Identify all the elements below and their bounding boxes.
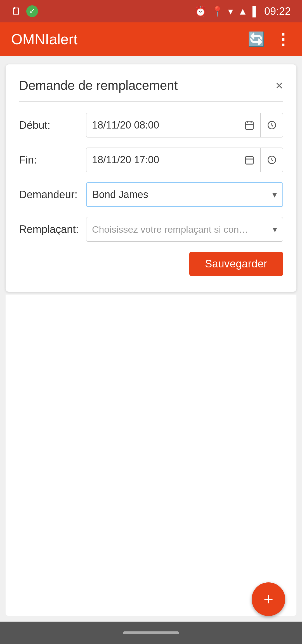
- status-bar: 🗒 ✓ ⏰ 📍 ▾ ▲ ▌ 09:22: [0, 0, 302, 22]
- fab-icon: +: [263, 591, 273, 608]
- remplacant-dropdown-icon: ▾: [273, 224, 277, 235]
- dialog-header: Demande de remplacement ×: [19, 78, 283, 102]
- refresh-icon[interactable]: 🔄: [248, 31, 265, 47]
- dialog-title: Demande de remplacement: [19, 78, 178, 93]
- remplacant-select[interactable]: Choisissez votre remplaçant si con… ▾: [86, 217, 283, 242]
- fab-button[interactable]: +: [252, 582, 285, 616]
- status-bar-left: 🗒 ✓: [11, 5, 38, 17]
- alarm-icon: ⏰: [195, 6, 206, 17]
- demandeur-row: Demandeur: Bond James ▾: [19, 182, 283, 207]
- battery-icon: ▌: [253, 6, 259, 17]
- debut-value[interactable]: 18/11/20 08:00: [86, 119, 238, 131]
- demandeur-label: Demandeur:: [19, 189, 86, 201]
- more-menu-icon[interactable]: ⋮: [275, 30, 291, 48]
- demandeur-value: Bond James: [92, 189, 272, 200]
- fin-row: Fin: 18/11/20 17:00: [19, 148, 283, 172]
- demandeur-select[interactable]: Bond James ▾: [86, 182, 283, 207]
- app-bar-actions: 🔄 ⋮: [248, 30, 291, 48]
- app-bar-title: OMNIalert: [11, 31, 77, 48]
- fin-label: Fin:: [19, 154, 86, 166]
- wifi-icon: ▾: [228, 6, 233, 17]
- demandeur-dropdown-icon: ▾: [272, 189, 277, 200]
- svg-rect-0: [246, 122, 253, 129]
- save-button-row: Sauvegarder: [19, 252, 283, 276]
- debut-row: Début: 18/11/20 08:00: [19, 113, 283, 137]
- svg-rect-5: [246, 157, 253, 164]
- app-bar: OMNIalert 🔄 ⋮: [0, 22, 302, 56]
- save-button[interactable]: Sauvegarder: [189, 252, 283, 276]
- clipboard-icon: 🗒: [11, 5, 21, 17]
- content-filler: [6, 295, 296, 616]
- remplacant-placeholder: Choisissez votre remplaçant si con…: [92, 224, 273, 235]
- status-time: 09:22: [264, 5, 291, 17]
- debut-calendar-button[interactable]: [238, 113, 260, 137]
- main-content: Demande de remplacement × Début: 18/11/2…: [0, 56, 302, 622]
- debut-input-group: 18/11/20 08:00: [86, 113, 283, 137]
- fin-clock-button[interactable]: [260, 148, 283, 172]
- bottom-nav: [0, 622, 302, 644]
- close-button[interactable]: ×: [275, 79, 283, 92]
- remplacant-label: Remplaçant:: [19, 223, 86, 235]
- dialog-card: Demande de remplacement × Début: 18/11/2…: [6, 64, 296, 292]
- signal-icon: ▲: [238, 6, 247, 17]
- check-icon: ✓: [26, 5, 38, 17]
- debut-clock-button[interactable]: [260, 113, 283, 137]
- bottom-pill: [123, 631, 179, 634]
- debut-label: Début:: [19, 119, 86, 131]
- fin-value[interactable]: 18/11/20 17:00: [86, 154, 238, 166]
- status-bar-right: ⏰ 📍 ▾ ▲ ▌ 09:22: [195, 5, 291, 17]
- location-icon: 📍: [211, 6, 223, 17]
- fin-input-group: 18/11/20 17:00: [86, 148, 283, 172]
- fin-calendar-button[interactable]: [238, 148, 260, 172]
- remplacant-row: Remplaçant: Choisissez votre remplaçant …: [19, 217, 283, 242]
